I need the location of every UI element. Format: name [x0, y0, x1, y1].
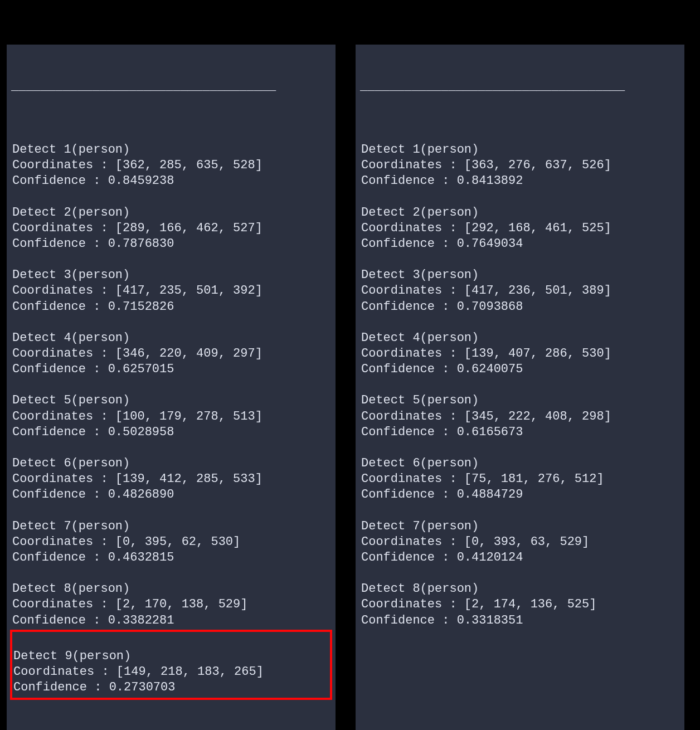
detection-block: Detect 7(person)Coordinates : [0, 395, 6…: [11, 519, 331, 566]
right-terminal-pane: ____________________________________ Det…: [356, 45, 684, 730]
detect-header: Detect 3(person): [12, 267, 330, 283]
detect-coordinates: Coordinates : [0, 395, 62, 530]: [12, 534, 330, 550]
blank-line: [11, 315, 331, 330]
detect-confidence: Confidence : 0.3382281: [12, 613, 330, 629]
detection-block: Detect 6(person)Coordinates : [139, 412,…: [11, 456, 331, 503]
detect-confidence: Confidence : 0.7649034: [361, 236, 679, 252]
blank-line: [11, 252, 331, 267]
detection-block: Detect 8(person)Coordinates : [2, 174, 1…: [360, 581, 680, 628]
blank-line: [360, 503, 680, 519]
blank-line: [11, 377, 331, 393]
blank-line: [11, 566, 331, 581]
detect-header: Detect 7(person): [12, 519, 330, 534]
detect-header: Detect 2(person): [12, 205, 330, 221]
detection-block: Detect 1(person)Coordinates : [362, 285,…: [11, 142, 331, 189]
detect-header: Detect 9(person): [13, 649, 329, 664]
separator-bottom: ____________________________________: [360, 723, 680, 730]
detect-coordinates: Coordinates : [346, 220, 409, 297]: [12, 346, 330, 362]
detect-confidence: Confidence : 0.7093868: [361, 299, 679, 315]
detect-confidence: Confidence : 0.4632815: [12, 550, 330, 566]
detect-header: Detect 1(person): [361, 142, 679, 158]
detect-confidence: Confidence : 0.4884729: [361, 487, 679, 503]
detect-coordinates: Coordinates : [362, 285, 635, 528]: [12, 158, 330, 173]
detection-block: Detect 3(person)Coordinates : [417, 236,…: [360, 267, 680, 314]
blank-line: [360, 566, 680, 581]
detect-confidence: Confidence : 0.8459238: [12, 173, 330, 189]
blank-line: [360, 189, 680, 205]
detect-coordinates: Coordinates : [100, 179, 278, 513]: [12, 409, 330, 425]
blank-line: [360, 252, 680, 267]
detection-block: Detect 5(person)Coordinates : [100, 179,…: [11, 393, 331, 440]
detect-coordinates: Coordinates : [2, 170, 138, 529]: [12, 597, 330, 612]
detect-coordinates: Coordinates : [292, 168, 461, 525]: [361, 221, 679, 236]
detect-header: Detect 1(person): [12, 142, 330, 158]
detect-header: Detect 2(person): [361, 205, 679, 221]
detect-header: Detect 3(person): [361, 267, 679, 283]
detect-coordinates: Coordinates : [417, 236, 501, 389]: [361, 283, 679, 299]
blank-line: [11, 701, 331, 717]
detect-coordinates: Coordinates : [75, 181, 276, 512]: [361, 471, 679, 487]
right-detections: Detect 1(person)Coordinates : [363, 276,…: [360, 126, 680, 644]
detect-header: Detect 6(person): [12, 456, 330, 471]
separator-top: ____________________________________: [11, 79, 331, 95]
blank-line: [11, 189, 331, 205]
detect-coordinates: Coordinates : [2, 174, 136, 525]: [361, 597, 679, 612]
detect-coordinates: Coordinates : [139, 412, 285, 533]: [12, 471, 330, 487]
detection-block: Detect 7(person)Coordinates : [0, 393, 6…: [360, 519, 680, 566]
detect-confidence: Confidence : 0.4120124: [361, 550, 679, 566]
detect-confidence: Confidence : 0.6240075: [361, 362, 679, 377]
detect-confidence: Confidence : 0.6257015: [12, 362, 330, 377]
left-detections: Detect 1(person)Coordinates : [362, 285,…: [11, 126, 331, 717]
detect-header: Detect 8(person): [361, 581, 679, 597]
detect-coordinates: Coordinates : [363, 276, 637, 526]: [361, 158, 679, 173]
detect-coordinates: Coordinates : [149, 218, 183, 265]: [13, 664, 329, 680]
detection-block: Detect 1(person)Coordinates : [363, 276,…: [360, 142, 680, 189]
detect-header: Detect 5(person): [12, 393, 330, 408]
detect-coordinates: Coordinates : [289, 166, 462, 527]: [12, 221, 330, 236]
blank-line: [11, 440, 331, 456]
detection-block: Detect 2(person)Coordinates : [292, 168,…: [360, 205, 680, 252]
blank-line: [11, 503, 331, 519]
left-terminal-pane: ____________________________________ Det…: [7, 45, 336, 730]
detect-confidence: Confidence : 0.6165673: [361, 425, 679, 440]
blank-line: [13, 633, 329, 649]
detect-header: Detect 6(person): [361, 456, 679, 471]
blank-line: [360, 315, 680, 330]
detect-confidence: Confidence : 0.8413892: [361, 173, 679, 189]
detect-confidence: Confidence : 0.3318351: [361, 613, 679, 629]
detection-block: Detect 8(person)Coordinates : [2, 170, 1…: [11, 581, 331, 628]
detection-block: Detect 9(person)Coordinates : [149, 218,…: [10, 630, 332, 700]
detection-block: Detect 2(person)Coordinates : [289, 166,…: [11, 205, 331, 252]
detection-block: Detect 4(person)Coordinates : [139, 407,…: [360, 330, 680, 377]
detect-header: Detect 7(person): [361, 519, 679, 534]
terminal-panes: ____________________________________ Det…: [0, 0, 700, 730]
detection-block: Detect 5(person)Coordinates : [345, 222,…: [360, 393, 680, 440]
blank-line: [11, 126, 331, 142]
detect-coordinates: Coordinates : [0, 393, 63, 529]: [361, 534, 679, 550]
detection-block: Detect 6(person)Coordinates : [75, 181, …: [360, 456, 680, 503]
detection-block: Detect 4(person)Coordinates : [346, 220,…: [11, 330, 331, 377]
detect-confidence: Confidence : 0.7876830: [12, 236, 330, 252]
detect-header: Detect 4(person): [12, 330, 330, 346]
detect-header: Detect 5(person): [361, 393, 679, 408]
detect-confidence: Confidence : 0.7152826: [12, 299, 330, 315]
blank-line: [360, 126, 680, 142]
blank-line: [360, 377, 680, 393]
separator-top: ____________________________________: [360, 79, 680, 95]
detect-confidence: Confidence : 0.2730703: [13, 680, 329, 695]
blank-line: [360, 440, 680, 456]
detect-coordinates: Coordinates : [417, 235, 501, 392]: [12, 283, 330, 299]
detect-coordinates: Coordinates : [345, 222, 408, 298]: [361, 409, 679, 425]
detect-header: Detect 8(person): [12, 581, 330, 597]
detect-confidence: Confidence : 0.4826890: [12, 487, 330, 503]
detect-coordinates: Coordinates : [139, 407, 286, 530]: [361, 346, 679, 362]
detect-confidence: Confidence : 0.5028958: [12, 425, 330, 440]
detection-block: Detect 3(person)Coordinates : [417, 235,…: [11, 267, 331, 314]
detect-header: Detect 4(person): [361, 330, 679, 346]
blank-line: [360, 629, 680, 644]
